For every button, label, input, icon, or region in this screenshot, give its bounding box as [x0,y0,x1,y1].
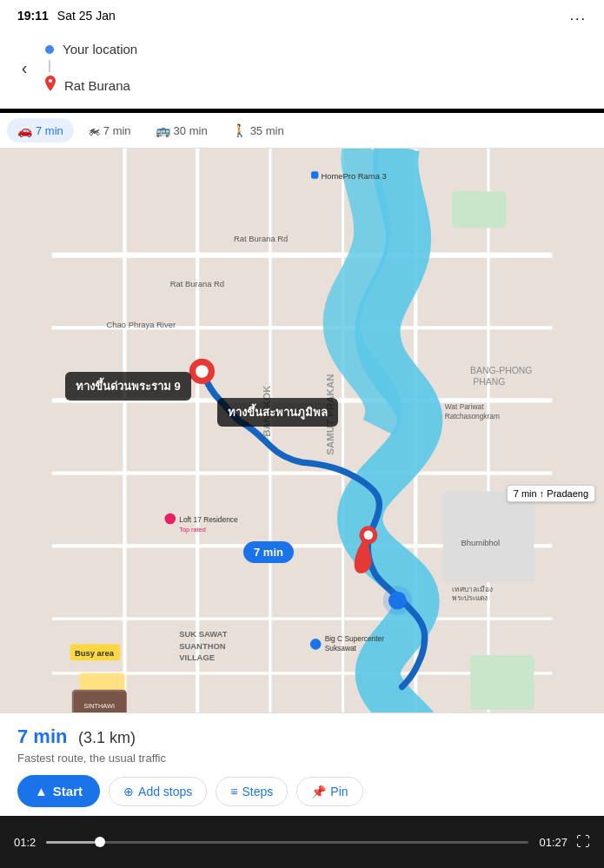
nav-header: ‹ Your location [0,31,604,109]
svg-rect-14 [452,191,507,228]
add-stops-label: Add stops [138,785,192,798]
start-label: Start [53,784,83,798]
add-stops-button[interactable]: ⊕ Add stops [109,777,207,806]
svg-rect-31 [311,171,318,178]
svg-text:Bhumibhol: Bhumibhol [461,538,500,547]
route-distance-text: (3.1 km) [78,729,136,746]
highway-label-1: ทางขึ้นด่วนพระราม 9 [65,372,191,401]
add-stops-icon: ⊕ [123,785,134,798]
svg-text:PHANG: PHANG [473,377,505,387]
action-buttons: ▲ Start ⊕ Add stops ≡ Steps 📌 Pin [17,775,587,807]
svg-text:Rat Burana Rd: Rat Burana Rd [234,234,288,243]
svg-text:SUK SAWAT: SUK SAWAT [179,629,227,639]
walk-time-label: 35 min [250,124,284,137]
svg-rect-16 [470,655,534,710]
connector-icon [45,60,54,72]
svg-text:SINTHAWI: SINTHAWI [83,702,114,710]
svg-text:Rat Burana Rd: Rat Burana Rd [170,279,224,288]
svg-text:Ratchasongkram: Ratchasongkram [445,412,500,421]
tab-bike[interactable]: 🏍 7 min [77,118,142,142]
svg-rect-17 [443,492,534,583]
location-inputs: Your location Rat Burana [45,38,594,98]
bottom-bar: 01:2 01:27 ⛶ [0,816,604,868]
progress-bar[interactable] [46,841,528,844]
bottom-panel: 7 min (3.1 km) Fastest route, the usual … [0,712,604,816]
steps-icon: ≡ [230,785,237,798]
svg-text:Top rated: Top rated [179,526,206,533]
steps-label: Steps [242,785,273,798]
start-button[interactable]: ▲ Start [17,775,100,807]
svg-point-19 [196,365,209,378]
tab-car[interactable]: 🚗 7 min [7,118,74,142]
svg-text:Big C Supercenter: Big C Supercenter [325,634,385,643]
svg-text:Wat Pariwat: Wat Pariwat [445,402,484,411]
walk-icon: 🚶 [232,123,247,137]
route-description: Fastest route, the usual traffic [17,752,587,765]
mode-tabs: 🚗 7 min 🏍 7 min 🚌 30 min 🚶 35 min [0,113,604,149]
status-dots: ... [570,8,587,23]
fullscreen-icon[interactable]: ⛶ [576,834,590,850]
pin-button[interactable]: 📌 Pin [296,777,362,806]
svg-text:Chao Phraya River: Chao Phraya River [107,320,176,329]
svg-text:เทศบาลเมือง: เทศบาลเมือง [452,585,493,593]
eta-badge: 7 min ↑ Pradaeng [507,485,595,502]
svg-text:พระประแดง: พระประแดง [452,593,488,602]
svg-text:HomePro Rama 3: HomePro Rama 3 [321,171,386,181]
eta-text: 7 min ↑ Pradaeng [514,488,588,499]
playback-time-left: 01:2 [14,836,36,849]
highway-label-2: ทางขึ้นสะพานภูมิพล [217,398,338,427]
back-arrow-icon: ‹ [22,58,28,78]
svg-text:SUANTHON: SUANTHON [179,641,226,651]
steps-button[interactable]: ≡ Steps [216,777,288,806]
svg-text:BANG-PHONG: BANG-PHONG [470,366,532,375]
origin-dot-icon [45,45,54,54]
status-date: Sat 25 Jan [57,9,116,23]
svg-text:Suksawat: Suksawat [325,644,357,653]
route-time-badge: 7 min [243,541,294,563]
svg-point-33 [165,514,176,525]
back-button[interactable]: ‹ [10,55,38,83]
svg-point-21 [364,531,373,540]
destination-location-text[interactable]: Rat Burana [64,78,130,93]
progress-handle[interactable] [95,837,105,847]
car-icon: 🚗 [17,123,32,137]
playback-time-right: 01:27 [539,836,567,849]
pin-icon: 📌 [311,785,326,798]
status-bar: 19:11 Sat 25 Jan ... [0,0,604,31]
svg-text:VILLAGE: VILLAGE [179,653,215,662]
pin-label: Pin [330,785,348,798]
transit-icon: 🚌 [156,123,170,137]
svg-text:Loft 17 Residence: Loft 17 Residence [179,515,238,524]
route-summary: 7 min (3.1 km) [17,726,587,748]
svg-point-36 [310,639,322,650]
svg-text:Busy area: Busy area [75,648,115,658]
transit-time-label: 30 min [174,124,208,137]
start-arrow-icon: ▲ [35,784,48,798]
bike-icon: 🏍 [88,123,100,137]
origin-location-text[interactable]: Your location [63,42,137,56]
car-time-label: 7 min [36,124,63,137]
bike-time-label: 7 min [103,124,131,137]
status-time: 19:11 [17,9,49,23]
map-area[interactable]: Rat Burana Rd Chao Phraya River Rat Bura… [0,146,604,755]
destination-pin-icon [45,76,56,95]
tab-transit[interactable]: 🚌 30 min [145,118,218,142]
svg-point-23 [383,586,412,614]
progress-fill [46,841,95,844]
route-time-text: 7 min [17,726,67,747]
tab-walk[interactable]: 🚶 35 min [222,118,295,142]
